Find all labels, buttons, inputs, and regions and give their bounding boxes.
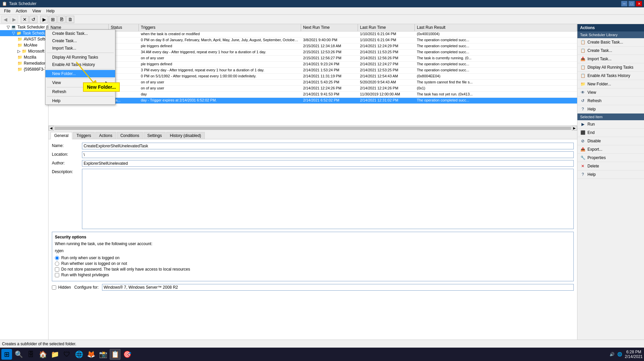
- ctx-display-running[interactable]: Display All Running Tasks: [45, 54, 115, 61]
- tree-item-guid[interactable]: 📁 {595886F3-7FE8-9...: [0, 66, 48, 72]
- configure-field[interactable]: Windows® 7, Windows Server™ 2008 R2: [102, 284, 574, 291]
- action-view[interactable]: 👁 View: [577, 88, 644, 97]
- action-import-task[interactable]: 📥 Import Task...: [577, 55, 644, 63]
- task-row[interactable]: 0 PM on 5/1/1992 - After triggered, repe…: [49, 74, 577, 80]
- task-row[interactable]: day 2/14/2021 9:41:53 PM 11/30/2019 12:0…: [49, 92, 577, 98]
- task-row[interactable]: ple triggers defined 2/14/2021 9:23:24 P…: [49, 62, 577, 68]
- task-scheduler-taskbar-icon[interactable]: 📋: [110, 349, 120, 360]
- explorer-icon[interactable]: 📁: [50, 349, 60, 360]
- task-row[interactable]: 3 PM every day - After triggered, repeat…: [49, 68, 577, 74]
- action-create-task-label: Create Task...: [587, 48, 612, 53]
- col-header-result[interactable]: Last Run Result: [415, 24, 577, 31]
- action-new-folder[interactable]: 📁 New Folder...: [577, 80, 644, 88]
- action-create-task[interactable]: 📋 Create Task...: [577, 47, 644, 55]
- checkbox-no-password[interactable]: [55, 267, 59, 272]
- menu-action[interactable]: Action: [13, 8, 29, 14]
- tree-item-microsoft[interactable]: ▷ 📁 Microsoft: [0, 48, 48, 54]
- camera-icon[interactable]: 📸: [98, 349, 108, 360]
- scroll-right-btn[interactable]: ▶: [572, 126, 577, 131]
- horizontal-scrollbar[interactable]: ◀ ▶: [49, 125, 577, 131]
- selected-item-header: Selected Item: [577, 114, 644, 120]
- menu-help[interactable]: Help: [44, 8, 58, 14]
- scroll-track[interactable]: [55, 127, 571, 130]
- action-delete[interactable]: ✕ Delete: [577, 162, 644, 170]
- tree-item-avast[interactable]: 📁 AVAST Software: [0, 36, 48, 42]
- ctx-refresh[interactable]: Refresh: [45, 88, 115, 95]
- action-enable-history[interactable]: 📋 Enable All Tasks History: [577, 72, 644, 80]
- firefox-icon[interactable]: 🦊: [86, 349, 96, 360]
- ctx-create-task[interactable]: Create Task...: [45, 37, 115, 45]
- task-row[interactable]: 0 PM on day 8 of January, February, Marc…: [49, 38, 577, 44]
- tree-item-mcafee[interactable]: 📁 McAfee: [0, 42, 48, 48]
- tree-item-library[interactable]: ▽ 📁 Task Scheduler Library: [0, 30, 48, 36]
- col-header-triggers[interactable]: Triggers: [139, 24, 301, 31]
- action-properties[interactable]: 🔧 Properties: [577, 154, 644, 162]
- task-row[interactable]: when the task is created or modified 1/1…: [49, 31, 577, 38]
- maximize-button[interactable]: □: [629, 1, 635, 6]
- radio-logged-on-input[interactable]: [55, 256, 59, 260]
- tab-conditions[interactable]: Conditions: [117, 132, 143, 139]
- run-button[interactable]: ▶: [40, 16, 48, 23]
- stop-button[interactable]: ✕: [21, 16, 29, 23]
- tab-triggers[interactable]: Triggers: [73, 132, 95, 139]
- task-view-icon[interactable]: 🗄: [25, 349, 36, 360]
- task-row[interactable]: on of any user 2/14/2021 12:24:26 PM 2/1…: [49, 86, 577, 92]
- action-help[interactable]: ? Help: [577, 105, 644, 114]
- back-button[interactable]: ◀: [1, 16, 9, 23]
- action-run[interactable]: ▶ Run: [577, 120, 644, 129]
- task-row[interactable]: ple triggers defined 2/15/2021 12:34:18 …: [49, 44, 577, 50]
- tree-item-local[interactable]: ▽ 💻 Task Scheduler (Local): [0, 24, 48, 30]
- task-row[interactable]: on of any user 2/14/2021 5:43:25 PM 5/20…: [49, 80, 577, 86]
- sound-icon[interactable]: 🔊: [610, 352, 615, 357]
- tree-item-mozilla[interactable]: 📁 Mozilla: [0, 54, 48, 60]
- action-disable[interactable]: ⊘ Disable: [577, 137, 644, 145]
- ctx-import-task[interactable]: Import Task...: [45, 45, 115, 52]
- minimize-button[interactable]: ─: [621, 1, 627, 6]
- start-button[interactable]: ⊞: [1, 349, 12, 360]
- ctx-help[interactable]: Help: [45, 97, 115, 104]
- action-refresh[interactable]: ↺ Refresh: [577, 97, 644, 105]
- col-header-last[interactable]: Last Run Time: [358, 24, 415, 31]
- task-row[interactable]: User_Feed_S... Rea... day - Trigger expi…: [49, 98, 577, 104]
- action-help-selected[interactable]: ? Help: [577, 170, 644, 179]
- ctx-create-basic[interactable]: Create Basic Task...: [45, 30, 115, 37]
- tree-item-remediation[interactable]: 📁 Remediation: [0, 60, 48, 66]
- refresh-button[interactable]: ↺: [29, 16, 37, 23]
- action-display-running[interactable]: 📋 Display All Running Tasks: [577, 63, 644, 72]
- task-row[interactable]: on of any user 2/15/2021 12:56:27 PM 2/1…: [49, 56, 577, 62]
- close-button[interactable]: ✕: [636, 1, 642, 6]
- home-icon[interactable]: 🏠: [37, 349, 48, 360]
- import-button[interactable]: 🖹: [58, 16, 66, 23]
- action-export[interactable]: 📤 Export...: [577, 145, 644, 154]
- author-field[interactable]: ExplorerShellUnelevated: [82, 160, 574, 167]
- tab-history[interactable]: History (disabled): [166, 132, 205, 139]
- action-create-basic[interactable]: 📋 Create Basic Task...: [577, 38, 644, 47]
- tab-actions[interactable]: Actions: [95, 132, 116, 139]
- menu-file[interactable]: File: [1, 8, 13, 14]
- ctx-new-folder[interactable]: New Folder...: [45, 70, 115, 77]
- hidden-checkbox[interactable]: [52, 285, 56, 290]
- location-field[interactable]: \: [82, 151, 574, 158]
- col-header-next[interactable]: Next Run Time: [301, 24, 358, 31]
- run-icon: ▶: [580, 122, 585, 127]
- ctx-enable-history[interactable]: Enable All Tasks History: [45, 61, 115, 68]
- ctx-view[interactable]: View ▶: [45, 79, 115, 86]
- shield-taskbar-icon[interactable]: 🛡: [62, 349, 72, 360]
- new-task-button[interactable]: ⊞: [49, 16, 57, 23]
- action-end[interactable]: ⬛ End: [577, 129, 644, 137]
- name-field[interactable]: CreateExplorerShellUnelevatedTask: [82, 143, 574, 149]
- edge-icon[interactable]: 🌐: [74, 349, 84, 360]
- tab-settings[interactable]: Settings: [144, 132, 165, 139]
- checkbox-highest-priv[interactable]: [55, 273, 59, 277]
- export-button[interactable]: 🗎: [66, 16, 74, 23]
- menu-view[interactable]: View: [30, 8, 44, 14]
- task-row[interactable]: 34 AM every day - After triggered, repea…: [49, 50, 577, 56]
- forward-button[interactable]: ▶: [10, 16, 18, 23]
- description-field[interactable]: [82, 169, 574, 229]
- radio-any-user-input[interactable]: [55, 262, 59, 266]
- network-icon[interactable]: 🌐: [617, 352, 622, 357]
- extra-icon[interactable]: 🎯: [122, 349, 132, 360]
- search-taskbar-icon[interactable]: 🔍: [13, 349, 24, 360]
- scroll-left-btn[interactable]: ◀: [49, 126, 54, 131]
- tab-general[interactable]: General: [51, 132, 72, 139]
